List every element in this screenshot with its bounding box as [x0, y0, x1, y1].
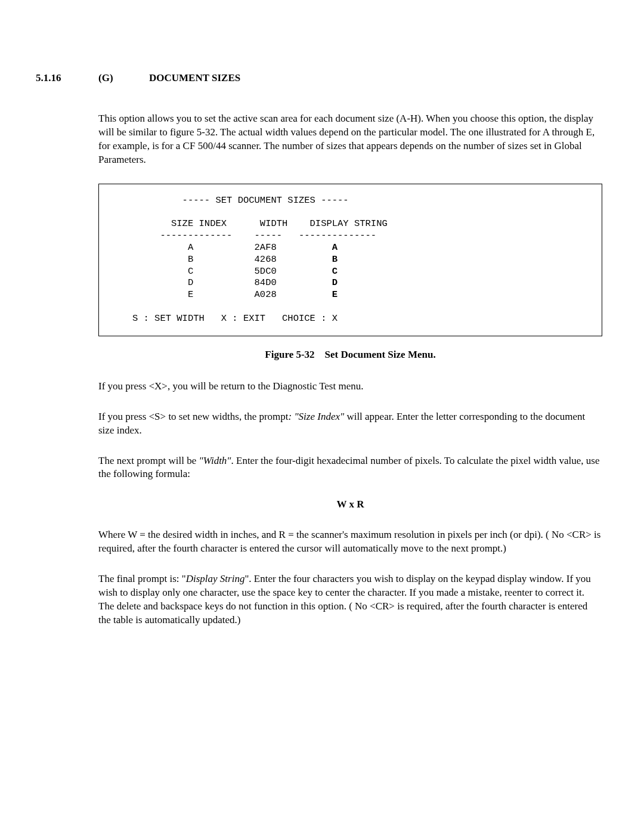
- formula-explain-paragraph: Where W = the desired width in inches, a…: [98, 528, 602, 556]
- press-x-paragraph: If you press <X>, you will be return to …: [98, 380, 602, 394]
- width-prompt: "Width": [199, 455, 231, 466]
- section-number: 5.1.16: [36, 72, 98, 85]
- section-title: DOCUMENT SIZES: [149, 72, 240, 85]
- section-heading: 5.1.16 (G) DOCUMENT SIZES: [36, 72, 602, 85]
- display-string-paragraph: The final prompt is: "Display String". E…: [98, 572, 602, 627]
- text-run: If you press <S> to set new widths, the …: [98, 411, 289, 422]
- figure-screen: ----- SET DOCUMENT SIZES ----- SIZE INDE…: [116, 195, 585, 325]
- section-letter: (G): [98, 72, 149, 85]
- width-prompt-paragraph: The next prompt will be "Width". Enter t…: [98, 454, 602, 482]
- press-s-paragraph: If you press <S> to set new widths, the …: [98, 410, 602, 438]
- figure-caption: Figure 5-32 Set Document Size Menu.: [98, 348, 602, 362]
- intro-paragraph: This option allows you to set the active…: [98, 112, 602, 167]
- size-index-prompt: : "Size Index": [289, 411, 345, 422]
- text-run: The final prompt is: ": [98, 573, 186, 584]
- figure-box: ----- SET DOCUMENT SIZES ----- SIZE INDE…: [98, 184, 602, 336]
- text-run: The next prompt will be: [98, 455, 199, 466]
- display-string-prompt: Display String: [186, 573, 245, 584]
- formula: W x R: [98, 498, 602, 512]
